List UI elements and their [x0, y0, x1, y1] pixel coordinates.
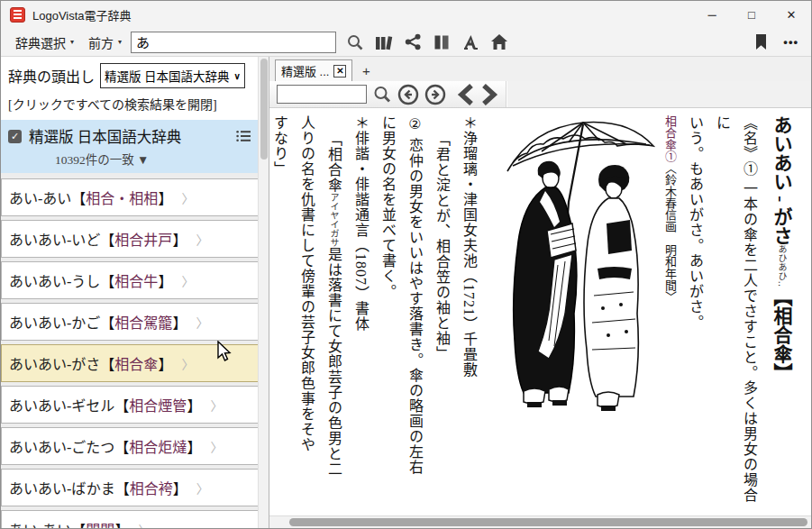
list-item[interactable]: あい-あい【間間】〉 — [1, 510, 259, 528]
dictionary-select-dropdown[interactable]: 辞典選択 ▾ — [10, 31, 79, 54]
text-run: 〈鈴木春信画 明和年間〉 — [663, 162, 677, 303]
entry-text-column: に男女の名を並べて書く。 — [374, 115, 401, 512]
pane-search-input[interactable] — [277, 85, 367, 104]
dictionary-result-group[interactable]: ✓ 精選版 日本国語大辞典 10392件の一致 ▼ — [1, 120, 259, 173]
minimize-button[interactable]: ─ — [692, 1, 732, 28]
dictionary-select-label: 辞典選択 — [15, 33, 66, 51]
list-item-bracket: 】 — [187, 435, 201, 457]
list-item[interactable]: あいあい-ごたつ【相合炬燵】〉 — [1, 427, 259, 465]
chevron-right-icon: 〉 — [196, 479, 209, 497]
text-run: ② 恋仲の男女をいいはやす落書き。傘の略画の左右 — [407, 115, 423, 475]
list-item-kana: あいあい-ごたつ — [9, 435, 114, 457]
history-back-icon[interactable] — [397, 84, 419, 105]
furigana-text: あひあひ‥ — [777, 245, 787, 287]
new-tab-button[interactable]: + — [352, 59, 379, 81]
list-item-bracket: 】 — [187, 394, 201, 415]
headword-index-label: 辞典の頭出し — [8, 65, 95, 87]
list-item-kana: あいあい-ギセル — [9, 394, 114, 415]
list-item[interactable]: あいあい-ギセル【相合煙管】〉 — [1, 386, 259, 424]
chevron-right-icon: 〉 — [196, 230, 208, 248]
tab-label: 精選版 ... — [281, 62, 329, 79]
home-icon[interactable] — [489, 32, 509, 52]
history-forward-icon[interactable] — [424, 84, 446, 105]
list-item-kanji: 相合袴 — [130, 477, 173, 498]
chevron-down-icon: ∨ — [233, 71, 240, 81]
list-item-bracket: 【 — [71, 187, 86, 208]
list-item[interactable]: あいあい-うし【相合牛】〉 — [1, 261, 259, 299]
app-window: LogoVista電子辞典 ─ □ ✕ 辞典選択 ▾ 前方 ▾ — [0, 0, 812, 529]
list-item[interactable]: あい-あい【相合・相相】〉 — [1, 178, 259, 216]
library-books-icon[interactable] — [374, 32, 394, 52]
pane-toolbar — [269, 81, 811, 108]
entry-text-column: すなり」 — [269, 115, 293, 512]
tab-bar: 精選版 ... ✕ + — [269, 57, 811, 81]
list-item-bracket: 【 — [114, 435, 129, 457]
list-item-bracket: 】 — [172, 311, 187, 333]
text-run: 人りの名を仇書にして傍輩の芸子女郎色事をそや — [299, 115, 315, 452]
match-count[interactable]: 10392件の一致 ▼ — [8, 150, 251, 168]
close-button[interactable]: ✕ — [771, 1, 811, 28]
figure-reference[interactable]: 相合傘① — [663, 115, 677, 162]
toggle-all-results-hint[interactable]: [クリックですべての検索結果を開閉] — [1, 92, 259, 120]
list-item-kanji: 間間 — [86, 518, 114, 528]
list-item-kana: あい-あい — [9, 518, 71, 528]
horizontal-scrollbar[interactable] — [269, 515, 811, 528]
entry-content: あいあい - がさあひあひ‥【相合傘】《名》① 一本の傘を二人でさすこと。多くは… — [269, 108, 811, 515]
list-item-kana: あい-あい — [9, 187, 71, 208]
horizontal-scrollbar-thumb[interactable] — [289, 518, 807, 526]
list-item-kanji: 相合駕籠 — [114, 311, 172, 333]
list-item-kana: あいあい-かご — [9, 311, 100, 333]
list-item-kana: あいあい-ばかま — [9, 477, 115, 498]
text-run: ＊俳諧・俳諧通言（1807）書体 — [353, 115, 369, 332]
text-run: 《名》① 一本の傘を二人でさすこと。多くは男女の場合に — [715, 115, 757, 503]
list-item-bracket: 【 — [100, 352, 114, 374]
maximize-button[interactable]: □ — [732, 1, 771, 28]
tab-dictionary[interactable]: 精選版 ... ✕ — [275, 59, 352, 81]
headword-list: あい-あい【相合・相相】〉あいあい-いど【相合井戸】〉あいあい-うし【相合牛】〉… — [1, 178, 259, 528]
share-icon[interactable] — [403, 32, 423, 52]
text-run: に男女の名を並べて書く。 — [380, 115, 396, 299]
list-item-bracket: 】 — [172, 228, 187, 250]
titlebar: LogoVista電子辞典 ─ □ ✕ — [1, 1, 811, 28]
search-icon[interactable] — [345, 32, 365, 52]
previous-entry-icon[interactable] — [457, 84, 475, 105]
list-item[interactable]: あいあい-いど【相合井戸】〉 — [1, 220, 259, 258]
dictionary-name: 精選版 日本国語大辞典 — [29, 125, 229, 147]
next-entry-icon[interactable] — [480, 84, 498, 105]
entry-text-column: 人りの名を仇書にして傍輩の芸子女郎色事をそや — [293, 115, 320, 512]
text-run: 「君と淀とが、相合笠の袖と袖」 — [434, 132, 450, 361]
chevron-right-icon: 〉 — [210, 437, 223, 455]
list-item-bracket: 【 — [71, 518, 86, 528]
sidebar-dictionary-dropdown[interactable]: 精選版 日本国語大辞典 ∨ — [100, 63, 245, 88]
text-run: ＊浄瑠璃・津国女夫池（1721）千畳敷 — [461, 115, 477, 378]
list-item[interactable]: あいあい-がさ【相合傘】〉 — [1, 344, 259, 382]
list-item-bracket: 】 — [158, 352, 172, 374]
sidebar-scrollbar-thumb[interactable] — [260, 59, 268, 160]
list-item-bracket: 】 — [173, 477, 187, 498]
pane-search-icon[interactable] — [372, 85, 392, 105]
tab-close-icon[interactable]: ✕ — [333, 65, 346, 78]
list-item-bracket: 【 — [114, 394, 129, 415]
illustration-container — [482, 115, 659, 424]
chevron-right-icon: 〉 — [181, 188, 194, 206]
result-list-icon[interactable] — [236, 130, 251, 142]
text-run: 「相合傘 — [326, 132, 342, 193]
list-item[interactable]: あいあい-ばかま【相合袴】〉 — [1, 469, 259, 506]
list-item-bracket: 】 — [158, 269, 172, 291]
match-mode-dropdown[interactable]: 前方 ▾ — [83, 31, 127, 54]
dictionary-checkbox[interactable]: ✓ — [8, 130, 22, 143]
list-item[interactable]: あいあい-かご【相合駕籠】〉 — [1, 303, 259, 341]
more-menu-icon[interactable]: ••• — [783, 35, 798, 49]
list-item-bracket: 【 — [115, 477, 130, 498]
two-pane-view-icon[interactable] — [432, 32, 452, 52]
chevron-right-icon: 〉 — [181, 271, 194, 289]
font-size-icon[interactable] — [461, 32, 480, 52]
list-item-kana: あいあい-いど — [9, 228, 100, 250]
bookmark-icon[interactable] — [751, 32, 771, 52]
entry-text-column: 《名》① 一本の傘を二人でさすこと。多くは男女の場合に — [708, 115, 762, 512]
sidebar-scrollbar[interactable] — [258, 57, 269, 528]
illustration-umbrella-couple — [482, 115, 659, 424]
entry-text-column: 「相合傘アイヤイガサ是は落書にて女郎芸子の色男と二 — [320, 115, 347, 512]
search-input[interactable] — [131, 32, 336, 53]
list-item-kanji: 相合・相相 — [86, 187, 158, 208]
